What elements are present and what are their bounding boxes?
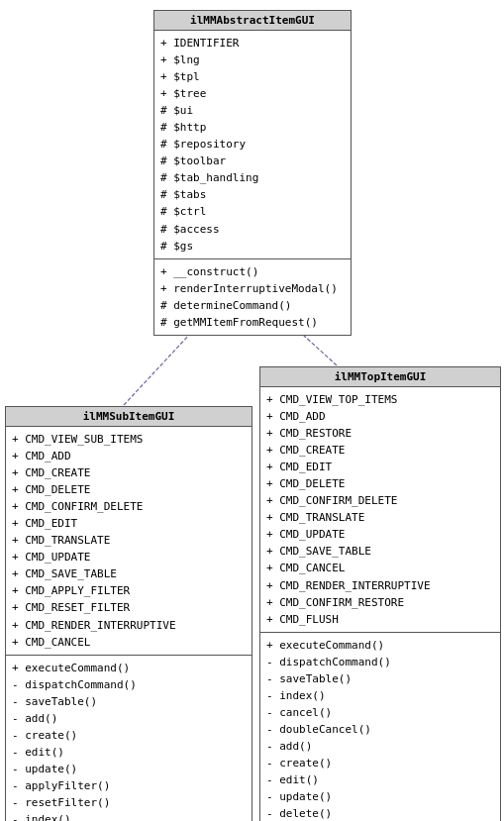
subitem-box-attributes: + CMD_VIEW_SUB_ITEMS + CMD_ADD + CMD_CRE… xyxy=(6,427,252,656)
diagram-container: ilMMAbstractItemGUI + IDENTIFIER + $lng … xyxy=(0,0,504,821)
subitem-box-title: ilMMSubItemGUI xyxy=(6,407,252,427)
topitem-box-attributes: + CMD_VIEW_TOP_ITEMS + CMD_ADD + CMD_RES… xyxy=(260,387,500,633)
abstract-box-attributes: + IDENTIFIER + $lng + $tpl + $tree # $ui… xyxy=(154,31,351,259)
topitem-box: ilMMTopItemGUI + CMD_VIEW_TOP_ITEMS + CM… xyxy=(259,366,501,821)
abstract-box: ilMMAbstractItemGUI + IDENTIFIER + $lng … xyxy=(153,10,352,336)
abstract-box-methods: + __construct() + renderInterruptiveModa… xyxy=(154,259,351,335)
abstract-box-title: ilMMAbstractItemGUI xyxy=(154,11,351,31)
topitem-box-methods: + executeCommand() - dispatchCommand() -… xyxy=(260,633,500,821)
subitem-box: ilMMSubItemGUI + CMD_VIEW_SUB_ITEMS + CM… xyxy=(5,406,252,821)
subitem-box-methods: + executeCommand() - dispatchCommand() -… xyxy=(6,656,252,821)
topitem-box-title: ilMMTopItemGUI xyxy=(260,367,500,387)
